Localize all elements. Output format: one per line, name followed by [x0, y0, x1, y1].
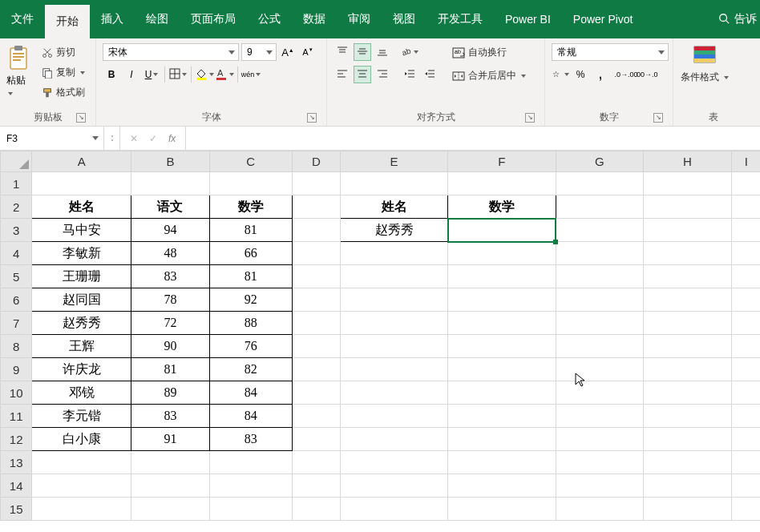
border-button[interactable] [169, 66, 187, 83]
cell-B12[interactable]: 91 [131, 428, 209, 451]
cell-H14[interactable] [644, 474, 732, 498]
cell-D6[interactable] [292, 288, 340, 312]
cell-A13[interactable] [32, 451, 131, 474]
cell-E8[interactable] [340, 335, 447, 358]
cell-C2[interactable]: 数学 [209, 195, 292, 219]
row-header-10[interactable]: 10 [1, 381, 32, 405]
cell-G5[interactable] [556, 265, 644, 288]
tab-developer[interactable]: 开发工具 [426, 0, 494, 38]
cell-A9[interactable]: 许庆龙 [32, 358, 131, 381]
cell-D10[interactable] [292, 381, 340, 405]
cell-B7[interactable]: 72 [131, 312, 209, 335]
bold-button[interactable]: B [103, 66, 120, 83]
cell-G6[interactable] [556, 288, 644, 312]
grid[interactable]: A B C D E F G H I 1 2 姓名 语文 数学 姓名 数学 3 马… [0, 151, 760, 521]
cell-A1[interactable] [32, 172, 131, 195]
cell-I6[interactable] [731, 288, 760, 312]
merge-center-button[interactable]: 合并后居中 [448, 66, 530, 85]
cell-C10[interactable]: 84 [209, 381, 292, 405]
cell-D8[interactable] [292, 335, 340, 358]
cell-B10[interactable]: 89 [131, 381, 209, 405]
cell-H13[interactable] [644, 451, 732, 474]
col-header-F[interactable]: F [448, 151, 556, 172]
clipboard-launcher-icon[interactable]: ↘ [76, 113, 86, 123]
align-middle-button[interactable] [354, 43, 371, 61]
tab-view[interactable]: 视图 [382, 0, 426, 38]
cell-G12[interactable] [556, 428, 644, 451]
cell-D7[interactable] [292, 312, 340, 335]
cell-I2[interactable] [731, 195, 760, 219]
cell-G8[interactable] [556, 335, 644, 358]
cell-E15[interactable] [340, 498, 447, 521]
cell-E5[interactable] [340, 265, 447, 288]
col-header-E[interactable]: E [340, 151, 447, 172]
cell-I9[interactable] [731, 358, 760, 381]
cell-F13[interactable] [448, 451, 556, 474]
cell-C12[interactable]: 83 [209, 428, 292, 451]
cell-F4[interactable] [448, 242, 556, 265]
cell-I8[interactable] [731, 335, 760, 358]
cell-F8[interactable] [448, 335, 556, 358]
cell-D14[interactable] [292, 474, 340, 498]
cell-A12[interactable]: 白小康 [32, 428, 131, 451]
cell-C1[interactable] [209, 172, 292, 195]
fill-color-button[interactable] [196, 66, 213, 83]
increase-decimal-button[interactable]: .0→.00 [617, 66, 635, 83]
comma-button[interactable]: , [592, 66, 609, 83]
cell-A15[interactable] [32, 498, 131, 521]
cell-H2[interactable] [644, 195, 732, 219]
cell-H3[interactable] [644, 219, 732, 242]
col-header-I[interactable]: I [731, 151, 760, 172]
font-size-input[interactable] [245, 45, 263, 59]
cell-G2[interactable] [556, 195, 644, 219]
cell-H8[interactable] [644, 335, 732, 358]
cell-G9[interactable] [556, 358, 644, 381]
cell-F9[interactable] [448, 358, 556, 381]
row-header-9[interactable]: 9 [1, 358, 32, 381]
cell-A2[interactable]: 姓名 [32, 195, 131, 219]
tab-insert[interactable]: 插入 [90, 0, 135, 38]
cell-B15[interactable] [131, 498, 209, 521]
cell-H5[interactable] [644, 265, 732, 288]
cell-G4[interactable] [556, 242, 644, 265]
tab-draw[interactable]: 绘图 [135, 0, 180, 38]
tab-home[interactable]: 开始 [45, 5, 90, 38]
cell-F10[interactable] [448, 381, 556, 405]
cell-A14[interactable] [32, 474, 131, 498]
cell-H10[interactable] [644, 381, 732, 405]
formula-input[interactable] [186, 127, 760, 150]
cell-D3[interactable] [292, 219, 340, 242]
percent-button[interactable]: % [572, 66, 589, 83]
cell-A10[interactable]: 邓锐 [32, 381, 131, 405]
cut-button[interactable]: 剪切 [38, 43, 89, 62]
font-launcher-icon[interactable]: ↘ [307, 113, 317, 123]
cell-H7[interactable] [644, 312, 732, 335]
cell-G11[interactable] [556, 405, 644, 428]
col-header-D[interactable]: D [292, 151, 340, 172]
cell-B11[interactable]: 83 [131, 405, 209, 428]
cell-B8[interactable]: 90 [131, 335, 209, 358]
row-header-11[interactable]: 11 [1, 405, 32, 428]
align-top-button[interactable] [334, 43, 351, 61]
alignment-launcher-icon[interactable]: ↘ [525, 113, 535, 123]
cell-F7[interactable] [448, 312, 556, 335]
cell-G3[interactable] [556, 219, 644, 242]
font-name-combo[interactable] [103, 43, 239, 61]
wrap-text-button[interactable]: ab 自动换行 [448, 43, 530, 62]
cell-E7[interactable] [340, 312, 447, 335]
cell-B2[interactable]: 语文 [131, 195, 209, 219]
cell-E13[interactable] [340, 451, 447, 474]
cell-C9[interactable]: 82 [209, 358, 292, 381]
col-header-A[interactable]: A [32, 151, 131, 172]
select-all-corner[interactable] [1, 151, 32, 172]
cell-C3[interactable]: 81 [209, 219, 292, 242]
cell-C15[interactable] [209, 498, 292, 521]
cell-I13[interactable] [731, 451, 760, 474]
cell-A5[interactable]: 王珊珊 [32, 265, 131, 288]
cell-I11[interactable] [731, 405, 760, 428]
format-painter-button[interactable]: 格式刷 [38, 83, 89, 102]
cell-G14[interactable] [556, 474, 644, 498]
cell-C11[interactable]: 84 [209, 405, 292, 428]
cell-F11[interactable] [448, 405, 556, 428]
cell-F6[interactable] [448, 288, 556, 312]
